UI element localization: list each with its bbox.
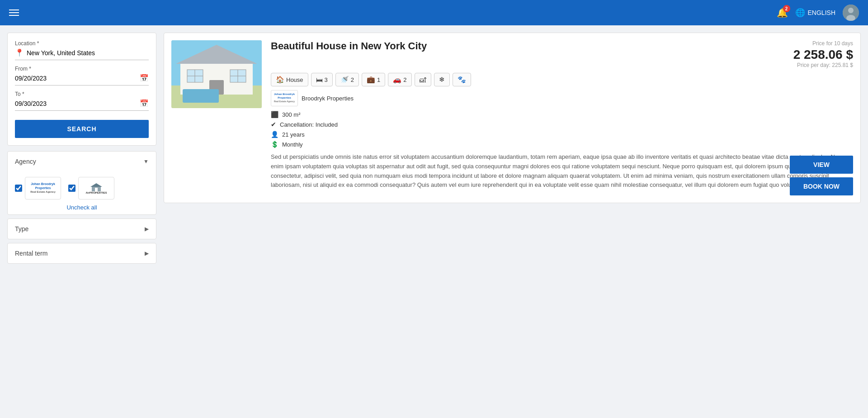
area-info: ⬛ 300 m² — [271, 111, 853, 118]
person-icon: 👤 — [271, 131, 278, 138]
to-label: To * — [15, 91, 149, 97]
type-chevron-right-icon: ▶ — [145, 226, 149, 232]
bedrooms-tag: 🛏 3 — [311, 73, 333, 86]
agency-checkbox-1[interactable] — [15, 185, 22, 192]
car-icon: 🚗 — [393, 76, 401, 84]
property-card: Beautiful House in New York City Price f… — [164, 33, 861, 203]
bathrooms-count: 2 — [351, 76, 354, 83]
from-date-input[interactable] — [15, 75, 140, 82]
rental-term-chevron-right-icon: ▶ — [145, 250, 149, 256]
user-avatar[interactable] — [843, 5, 859, 21]
property-description: Sed ut perspiciatis unde omnis iste natu… — [271, 152, 853, 190]
content-area: Beautiful House in New York City Price f… — [164, 33, 861, 411]
briefcase-icon: 💼 — [367, 76, 375, 84]
bedrooms-count: 3 — [325, 76, 328, 83]
property-title: Beautiful House in New York City — [271, 40, 427, 52]
dollar-icon: 💲 — [271, 141, 278, 148]
agency-item-2: AirPROPERTIES — [68, 177, 114, 200]
agency-logo-1: Johan BroodrykPropertiesReal Estate Agen… — [25, 177, 61, 200]
area-value: 300 m² — [282, 111, 300, 118]
property-image-inner — [171, 40, 262, 108]
property-image — [171, 40, 262, 108]
action-buttons: VIEW BOOK NOW — [790, 156, 853, 195]
age-info: 👤 21 years — [271, 131, 853, 138]
to-calendar-icon[interactable]: 📅 — [140, 99, 149, 108]
sofa-icon: 🛋 — [420, 76, 426, 84]
nav-left — [9, 10, 19, 16]
type-filter-header[interactable]: Type ▶ — [8, 219, 156, 239]
from-calendar-icon[interactable]: 📅 — [140, 74, 149, 82]
age-value: 21 years — [282, 131, 305, 138]
agency-row: Johan BroodrykPropertiesReal Estate Agen… — [271, 90, 853, 106]
rental-term-filter: Rental term ▶ — [7, 243, 156, 264]
uncheck-all-link[interactable]: Uncheck all — [15, 204, 149, 211]
agency-chevron-down-icon: ▼ — [143, 158, 149, 165]
amenity-tags-row: 🏠 House 🛏 3 🚿 2 💼 1 — [271, 73, 853, 86]
top-navigation: 🔔 2 🌐 ENGLISH — [0, 0, 868, 25]
to-date-input[interactable] — [15, 100, 140, 107]
car-count: 2 — [403, 76, 406, 83]
agency-filter-header[interactable]: Agency ▼ — [8, 152, 156, 171]
svg-point-1 — [848, 8, 854, 13]
price-main: 2 258.06 $ — [793, 48, 853, 62]
rental-term-filter-label: Rental term — [15, 250, 47, 257]
agency-logo-2: AirPROPERTIES — [78, 177, 114, 200]
check-icon: ✔ — [271, 121, 276, 128]
agency-filter-label: Agency — [15, 158, 36, 165]
briefcase-count: 1 — [377, 76, 380, 83]
to-date-field: 📅 — [15, 99, 149, 111]
language-label: ENGLISH — [808, 9, 835, 16]
search-box: Location * 📍 From * 📅 To * 📅 SEARCH — [7, 33, 156, 146]
type-tag-label: House — [286, 76, 303, 83]
search-button[interactable]: SEARCH — [15, 120, 149, 138]
main-layout: Location * 📍 From * 📅 To * 📅 SEARCH — [0, 25, 868, 418]
star-icon: ❄ — [439, 76, 445, 84]
rental-term-filter-header[interactable]: Rental term ▶ — [8, 243, 156, 263]
svg-rect-5 — [95, 188, 98, 191]
pet-icon: 🐾 — [458, 76, 466, 84]
property-header: Beautiful House in New York City Price f… — [271, 40, 853, 68]
globe-icon: 🌐 — [795, 8, 805, 18]
price-label: Price for 10 days — [793, 40, 853, 47]
agency-item-1: Johan BroodrykPropertiesReal Estate Agen… — [15, 177, 61, 200]
agency-logos-list: Johan BroodrykPropertiesReal Estate Agen… — [15, 177, 149, 200]
agency-name-label: Broodryk Properties — [302, 95, 354, 102]
view-button[interactable]: VIEW — [790, 156, 853, 174]
svg-rect-17 — [183, 89, 219, 103]
payment-value: Monthly — [282, 141, 303, 148]
price-block: Price for 10 days 2 258.06 $ Price per d… — [793, 40, 853, 68]
from-label: From * — [15, 66, 149, 72]
menu-hamburger[interactable] — [9, 10, 19, 16]
notifications-bell[interactable]: 🔔 2 — [777, 7, 788, 18]
shower-icon: 🚿 — [340, 76, 349, 84]
house-icon: 🏠 — [276, 76, 284, 84]
nav-right: 🔔 2 🌐 ENGLISH — [777, 5, 859, 21]
payment-info: 💲 Monthly — [271, 141, 853, 148]
location-label: Location * — [15, 40, 149, 47]
star-tag: ❄ — [434, 73, 450, 86]
sidebar: Location * 📍 From * 📅 To * 📅 SEARCH — [7, 33, 156, 411]
notification-badge: 2 — [783, 5, 790, 12]
cancellation-info: ✔ Cancellation: Included — [271, 121, 853, 128]
property-info-items: ⬛ 300 m² ✔ Cancellation: Included 👤 21 y… — [271, 111, 853, 148]
book-now-button[interactable]: BOOK NOW — [790, 177, 853, 195]
agency-filter: Agency ▼ Johan BroodrykPropertiesReal Es… — [7, 151, 156, 215]
location-input[interactable] — [27, 49, 149, 57]
location-field: 📍 — [15, 48, 149, 60]
type-tag: 🏠 House — [271, 73, 308, 86]
cancellation-value: Cancellation: Included — [280, 121, 338, 128]
pin-icon: 📍 — [15, 48, 24, 57]
language-selector[interactable]: 🌐 ENGLISH — [795, 8, 835, 18]
agency-filter-body: Johan BroodrykPropertiesReal Estate Agen… — [8, 171, 156, 214]
property-details: Beautiful House in New York City Price f… — [271, 40, 853, 195]
bathrooms-tag: 🚿 2 — [335, 73, 359, 86]
price-per-day: Price per day: 225.81 $ — [793, 62, 853, 68]
area-icon: ⬛ — [271, 111, 278, 118]
bed-icon: 🛏 — [316, 76, 323, 84]
svg-marker-4 — [90, 183, 102, 187]
agency-checkbox-2[interactable] — [68, 185, 75, 192]
type-filter: Type ▶ — [7, 218, 156, 239]
small-agency-logo: Johan BroodrykPropertiesReal Estate Agen… — [271, 90, 298, 106]
pet-tag: 🐾 — [453, 73, 471, 86]
car-tag: 🚗 2 — [388, 73, 411, 86]
